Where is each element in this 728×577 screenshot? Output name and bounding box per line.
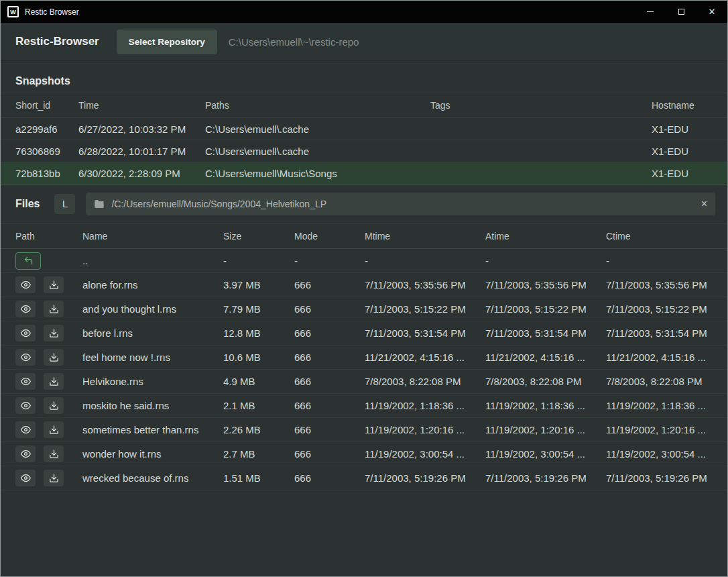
file-atime: 7/11/2003, 5:15:22 PM (485, 303, 606, 315)
file-ctime: 7/11/2003, 5:19:26 PM (606, 472, 713, 484)
close-button[interactable]: ✕ (696, 1, 727, 23)
snapshot-row[interactable]: 72b813bb 6/30/2022, 2:28:09 PM C:\Users\… (1, 162, 727, 185)
snapshots-section-title: Snapshots (15, 75, 713, 87)
col-hostname: Hostname (652, 100, 713, 111)
title-bar: W Restic Browser ✕ (1, 1, 727, 23)
file-mtime: 11/19/2002, 3:00:54 ... (365, 448, 485, 460)
download-icon (49, 473, 59, 483)
file-ctime: 11/19/2002, 1:18:36 ... (606, 400, 713, 411)
download-file-button[interactable] (44, 325, 64, 342)
file-name: and you thought l.rns (82, 303, 223, 315)
download-file-button[interactable] (44, 421, 64, 438)
col-mode: Mode (294, 231, 365, 242)
minimize-button[interactable] (635, 1, 666, 23)
file-atime: 11/19/2002, 1:18:36 ... (485, 400, 606, 411)
eye-icon (21, 473, 31, 483)
snapshot-row[interactable]: 76306869 6/28/2022, 10:01:17 PM C:\Users… (1, 140, 727, 162)
file-name: moskito he said.rns (82, 400, 223, 411)
file-row: feel home now !.rns 10.6 MB 666 11/21/20… (1, 346, 727, 370)
file-ctime: 7/8/2003, 8:22:08 PM (606, 376, 713, 387)
view-file-button[interactable] (15, 397, 36, 414)
files-section-title: Files (15, 198, 40, 210)
go-up-directory-button[interactable] (15, 252, 41, 270)
file-row: and you thought l.rns 7.79 MB 666 7/11/2… (1, 297, 727, 321)
file-path-input[interactable]: /C:/Users/emuell/Music/Songs/2004_Helvet… (111, 199, 701, 209)
download-file-button[interactable] (44, 276, 64, 293)
file-size: 2.1 MB (223, 400, 294, 411)
file-ctime: 7/11/2003, 5:35:56 PM (606, 279, 713, 291)
col-atime: Atime (485, 231, 606, 242)
view-file-button[interactable] (15, 325, 36, 342)
parent-mode: - (294, 255, 365, 266)
eye-icon (21, 376, 31, 386)
download-icon (49, 304, 59, 314)
snapshot-paths: C:\Users\emuell\Music\Songs (205, 168, 430, 179)
parent-ctime: - (606, 255, 713, 266)
snapshot-short-id: 72b813bb (15, 168, 78, 179)
maximize-button[interactable] (666, 1, 696, 23)
parent-size: - (223, 255, 294, 266)
clear-path-button[interactable]: × (701, 199, 707, 209)
file-mode: 666 (294, 303, 365, 315)
file-mode: 666 (294, 352, 365, 363)
file-mtime: 11/19/2002, 1:20:16 ... (365, 424, 485, 435)
file-atime: 7/11/2003, 5:31:54 PM (485, 327, 606, 339)
file-mode: 666 (294, 279, 365, 291)
view-file-button[interactable] (15, 373, 36, 390)
download-file-button[interactable] (44, 373, 64, 390)
eye-icon (21, 449, 31, 459)
snapshot-time: 6/30/2022, 2:28:09 PM (78, 168, 205, 179)
download-icon (49, 401, 59, 411)
file-mtime: 7/8/2003, 8:22:08 PM (365, 376, 485, 387)
file-row: sometimes better than.rns 2.26 MB 666 11… (1, 418, 727, 442)
download-file-button[interactable] (44, 349, 64, 366)
col-size: Size (223, 231, 294, 242)
download-icon (49, 449, 59, 459)
file-name: wrecked because of.rns (82, 472, 223, 484)
download-file-button[interactable] (44, 445, 64, 462)
snapshot-paths: C:\Users\emuell\.cache (205, 146, 430, 157)
snapshot-paths: C:\Users\emuell\.cache (205, 123, 430, 135)
view-file-button[interactable] (15, 349, 36, 366)
snapshot-row[interactable]: a2299af6 6/27/2022, 10:03:32 PM C:\Users… (1, 118, 727, 140)
close-icon: ✕ (709, 7, 716, 17)
corner-up-left-icon (23, 256, 34, 266)
view-file-button[interactable] (15, 301, 36, 317)
select-repository-button[interactable]: Select Repository (117, 30, 217, 54)
path-shortcut-button[interactable]: L (54, 194, 75, 214)
file-atime: 11/19/2002, 1:20:16 ... (485, 424, 606, 435)
file-mtime: 7/11/2003, 5:35:56 PM (365, 279, 485, 291)
download-file-button[interactable] (44, 470, 64, 486)
file-mode: 666 (294, 400, 365, 411)
file-path-bar: /C:/Users/emuell/Music/Songs/2004_Helvet… (86, 193, 715, 215)
view-file-button[interactable] (15, 276, 36, 293)
download-icon (49, 280, 59, 290)
view-file-button[interactable] (15, 470, 36, 486)
file-mode: 666 (294, 376, 365, 387)
top-bar: Restic-Browser Select Repository C:\User… (1, 23, 727, 61)
snapshot-time: 6/28/2022, 10:01:17 PM (78, 146, 205, 157)
file-size: 4.9 MB (223, 376, 294, 387)
download-file-button[interactable] (44, 301, 64, 317)
file-mode: 666 (294, 424, 365, 435)
file-name: Helvikone.rns (82, 376, 223, 387)
view-file-button[interactable] (15, 445, 36, 462)
file-name: sometimes better than.rns (82, 424, 223, 435)
download-icon (49, 425, 59, 435)
snapshots-table-header: Short_id Time Paths Tags Hostname (1, 93, 727, 118)
snapshots-table-body: a2299af6 6/27/2022, 10:03:32 PM C:\Users… (1, 118, 727, 185)
window-controls: ✕ (635, 1, 727, 23)
col-paths: Paths (205, 100, 430, 111)
download-file-button[interactable] (44, 397, 64, 414)
snapshot-time: 6/27/2022, 10:03:32 PM (78, 123, 205, 135)
col-time: Time (78, 100, 205, 111)
minimize-icon (647, 11, 654, 12)
view-file-button[interactable] (15, 421, 36, 438)
snapshot-hostname: X1-EDU (652, 146, 713, 157)
col-name: Name (82, 231, 223, 242)
file-mtime: 7/11/2003, 5:19:26 PM (365, 472, 485, 484)
file-mode: 666 (294, 448, 365, 460)
files-bar: Files L /C:/Users/emuell/Music/Songs/200… (1, 185, 727, 223)
file-name: feel home now !.rns (82, 352, 223, 363)
file-atime: 7/11/2003, 5:19:26 PM (485, 472, 606, 484)
